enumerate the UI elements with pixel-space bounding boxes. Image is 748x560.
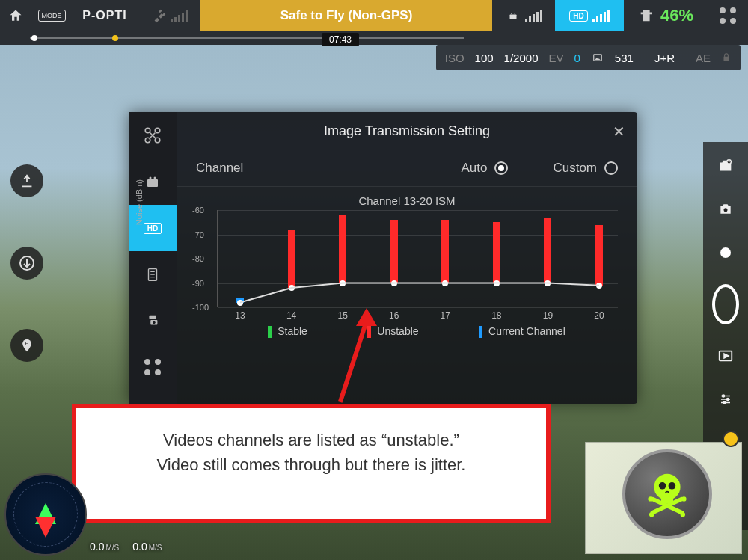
attitude-indicator[interactable] [4,473,87,556]
photo-mode-button[interactable] [712,196,739,223]
svg-point-13 [145,128,150,133]
svg-point-33 [681,512,685,517]
battery-percent: 46% [660,6,693,25]
svg-point-31 [681,496,686,501]
modal-tab-strip: HD [129,112,177,404]
flight-status-banner: Safe to Fly (Non-GPS) [200,0,492,31]
main-menu-icon[interactable] [708,0,748,31]
svg-point-27 [669,482,676,490]
svg-point-32 [649,512,654,517]
image-transmission-modal: HD Image Transmission Setting ✕ Channel … [129,112,637,404]
record-indicator [712,239,739,266]
svg-point-7 [729,161,730,163]
picture-icon [591,52,604,63]
svg-point-8 [724,208,728,212]
channel-row-label: Channel [196,161,243,176]
svg-point-26 [659,482,666,490]
camera-settings-bar[interactable]: ISO100 1/2000 EV0 531 J+R AE [436,45,741,70]
auto-option-label[interactable]: Auto [461,161,487,176]
custom-radio[interactable] [604,161,618,175]
lock-icon [721,52,732,63]
home-icon[interactable] [0,0,31,31]
legend-stable: Stable [268,325,307,338]
chart-title: Channel 13-20 ISM [196,194,618,207]
svg-point-23 [153,321,156,324]
svg-rect-21 [149,316,156,319]
flight-mode-label: P-OPTI [72,0,138,31]
top-status-bar: MODE P-OPTI Safe to Fly (Non-GPS) HD 46% [0,0,748,31]
svg-point-11 [727,399,729,401]
battery-indicator[interactable]: 46% [624,0,708,31]
auto-takeoff-button[interactable] [10,164,43,197]
svg-point-30 [648,496,652,501]
tab-battery-icon[interactable] [129,251,177,298]
svg-point-12 [723,401,726,404]
tab-aircraft-icon[interactable] [129,112,177,159]
channel-chart: Channel 13-20 ISM Noise (dBm) -60-70-80-… [177,187,637,341]
svg-rect-17 [147,179,158,187]
svg-point-24 [654,474,680,500]
annotation-arrow-head [356,308,377,326]
svg-point-15 [145,138,150,143]
modal-title: Image Transmission Setting [324,123,490,139]
map-lock-icon[interactable] [723,431,739,447]
svg-point-14 [155,128,160,133]
svg-point-18 [150,177,152,179]
rc-signal-icon [492,0,555,31]
svg-point-16 [155,138,160,143]
flight-timeline [0,31,748,45]
mode-badge[interactable]: MODE [31,0,72,31]
legend-current: Current Channel [479,325,565,338]
chart-ylabel: Noise (dBm) [135,179,144,225]
tab-gimbal-icon[interactable] [129,298,177,344]
return-home-button[interactable] [10,247,43,280]
camera-settings-button[interactable] [712,153,739,179]
svg-point-10 [723,395,725,397]
auto-radio[interactable] [494,161,508,175]
svg-text:H: H [25,341,29,346]
hd-signal-indicator: HD [555,0,624,31]
elapsed-time: 07:43 [322,33,359,46]
svg-point-19 [154,177,156,179]
camera-menu-button[interactable] [712,386,739,413]
shutter-button[interactable] [712,283,739,326]
svg-rect-0 [509,15,516,19]
tab-general-icon[interactable] [129,344,177,390]
legend-unstable: Unstable [367,325,418,338]
telemetry-readout: 0.0M/S 0.0M/S [90,541,162,553]
svg-point-2 [514,13,515,14]
custom-option-label[interactable]: Custom [553,161,597,176]
skull-badge-icon [622,449,712,539]
svg-point-1 [511,13,512,14]
playback-button[interactable] [712,342,739,369]
close-icon[interactable]: ✕ [613,123,625,141]
satellite-icon [138,0,200,31]
annotation-callout: Videos channels are listed as “unstable.… [72,404,551,523]
home-point-button[interactable]: H [10,329,43,362]
